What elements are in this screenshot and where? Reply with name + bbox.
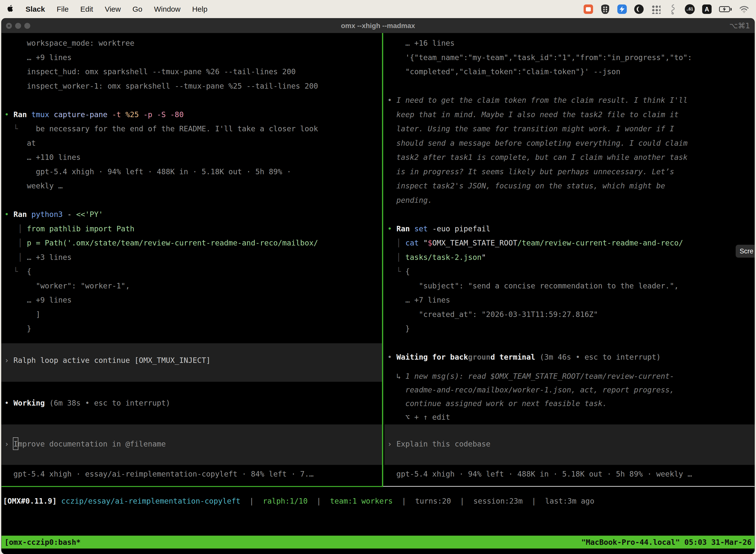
text-segment: /team/review-current-readme-and-reco/: [517, 238, 683, 247]
terminal-line: ⌥ + ↑ edit: [387, 410, 755, 424]
terminal-line: › Ralph loop active continue [OMX_TMUX_I…: [4, 353, 382, 368]
head-block: workspace_mode: worktree … +9 lines insp…: [4, 36, 382, 93]
blue-app-icon[interactable]: [617, 4, 627, 15]
text-segment: d terminal: [490, 353, 540, 362]
text-segment: '{"team_name":"my-team","task_id":"1","f…: [387, 53, 692, 62]
battery-charging-icon[interactable]: [719, 4, 732, 15]
terminal-line: inspect_worker-1: omx sparkshell --tmux-…: [4, 79, 382, 93]
screen-share-icon[interactable]: [584, 4, 593, 15]
text-segment: tasks/task-2.json: [405, 253, 482, 262]
close-window-button[interactable]: [6, 23, 12, 29]
menu-item-window[interactable]: Window: [154, 5, 181, 13]
moon-circle-icon[interactable]: [634, 4, 644, 15]
text-segment: ]: [4, 310, 41, 319]
terminal-line: › Improve documentation in @filename: [4, 437, 382, 451]
terminal-line: "subject": "send a concise recommendatio…: [387, 279, 755, 293]
left-pane-bottom-border: [1, 486, 383, 487]
text-segment: inspect task2's JSON, focusing on the st…: [387, 181, 665, 190]
text-segment: gpt-5.4 xhigh · 94% left · 488K in · 5.1…: [387, 469, 692, 478]
menu-item-edit[interactable]: Edit: [80, 5, 93, 13]
terminal-line: ]: [4, 307, 382, 322]
text-segment: }: [4, 324, 31, 333]
text-segment: [387, 253, 396, 262]
foot-block: gpt-5.4 xhigh · essay/ai-reimplementatio…: [4, 467, 382, 481]
omx-status-line: [OMX#0.11.9] cczip/essay/ai-reimplementa…: [1, 494, 755, 508]
apple-menu[interactable]: [7, 4, 14, 14]
tmux-session-label: [omx-cczip0:bash*: [4, 538, 81, 547]
text-segment: … +9 lines: [4, 53, 72, 62]
screenshot-tooltip-label: Scre: [740, 247, 754, 255]
foot-block: gpt-5.4 xhigh · 94% left · 488K in · 5.1…: [387, 467, 755, 481]
menu-item-go[interactable]: Go: [132, 5, 142, 13]
text-segment: [4, 224, 18, 233]
text-segment: |: [451, 497, 473, 505]
countdown-badge[interactable]: ..61: [685, 4, 695, 14]
text-segment: 1 new msg(s): read $OMX_TEAM_STATE_ROOT/…: [405, 372, 674, 381]
terminal-line: inspect_hud: omx sparkshell --tmux-pane …: [4, 64, 382, 79]
terminal-line: ↳ 1 new msg(s): read $OMX_TEAM_STATE_ROO…: [387, 369, 755, 383]
text-segment: -80: [170, 110, 184, 119]
text-segment: … +9 lines: [4, 296, 72, 304]
text-segment: Explain this codebase: [396, 440, 490, 448]
terminal-line: • Ran python3 - <<'PY': [4, 207, 382, 222]
window-title-bar: omx --xhigh --madmax ⌥⌘1: [1, 18, 755, 33]
text-segment: ": [423, 238, 428, 247]
text-segment: [387, 267, 396, 276]
text-segment: Working: [13, 399, 49, 407]
text-segment: │: [396, 238, 405, 247]
text-segment: |: [308, 497, 330, 505]
text-segment: OMX_TEAM_STATE_ROOT: [432, 238, 517, 247]
text-segment: from pathlib import Path: [27, 224, 134, 233]
menu-item-file[interactable]: File: [57, 5, 68, 13]
text-segment: -S: [157, 110, 170, 119]
ran-python-block: • Ran python3 - <<'PY' │ from pathlib im…: [4, 207, 382, 336]
terminal-line: • I need to get the claim token from the…: [387, 93, 755, 107]
terminal-line: … +9 lines: [4, 293, 382, 307]
menu-item-help[interactable]: Help: [192, 5, 208, 13]
text-segment: … +110 lines: [4, 153, 81, 162]
text-segment: │: [18, 238, 27, 247]
text-segment: <<'PY': [76, 210, 103, 219]
zoom-window-button[interactable]: [24, 23, 30, 29]
terminal-line: at: [4, 136, 382, 151]
text-segment: mprove documentation in @filename: [18, 440, 166, 448]
text-segment: [4, 124, 13, 133]
menu-item-view[interactable]: View: [105, 5, 121, 13]
terminal-line: └ {: [387, 264, 755, 279]
dots-grid-icon[interactable]: [651, 4, 660, 15]
terminal-line: later. Using the same for transition mig…: [387, 122, 755, 136]
prompt-band-block: › Improve documentation in @filename: [1, 425, 382, 465]
waiting-block: • Waiting for background terminal (3m 46…: [387, 350, 755, 365]
pane-divider[interactable]: [382, 33, 383, 486]
text-segment: (6m 38s • esc to interrupt): [49, 399, 170, 407]
text-segment: [OMX#0.11.9]: [3, 497, 61, 505]
minimize-window-button[interactable]: [15, 23, 21, 29]
terminal-line: workspace_mode: worktree: [4, 36, 382, 50]
screenshot-tooltip: Scre: [736, 245, 755, 258]
text-segment: |: [240, 497, 263, 505]
terminal-line: '{"team_name":"my-team","task_id":"1","f…: [387, 50, 755, 65]
text-segment: I: [13, 440, 18, 448]
text-segment: "completed","claim_token":"claim-token"}…: [387, 67, 620, 76]
text-segment: [387, 238, 396, 247]
text-segment: (3m 46s • esc to interrupt): [540, 353, 661, 362]
text-segment: should send a message before completing …: [387, 139, 688, 148]
text-segment: •: [387, 353, 396, 362]
menu-item-slack[interactable]: Slack: [25, 5, 45, 13]
squiggle-icon[interactable]: [668, 4, 677, 15]
terminal-line: • Ran set -euo pipefail: [387, 222, 755, 236]
left-terminal-pane[interactable]: workspace_mode: worktree … +9 lines insp…: [1, 33, 382, 486]
text-segment: groun: [468, 353, 490, 362]
terminal-line: │ … +3 lines: [4, 250, 382, 265]
terminal-line: gpt-5.4 xhigh · 94% left · 488K in · 5.1…: [4, 165, 382, 179]
wifi-icon[interactable]: [739, 4, 749, 15]
text-segment: "subject": "send a concise recommendatio…: [387, 281, 679, 290]
tmux-status-bar: [omx-cczip0:bash* "MacBook-Pro-44.local"…: [1, 536, 755, 549]
text-segment: continue assigned work or next feasible …: [387, 399, 607, 408]
right-terminal-pane[interactable]: … +16 lines '{"team_name":"my-team","tas…: [384, 33, 755, 486]
text-segment: |: [523, 497, 545, 505]
shield-icon[interactable]: [601, 4, 610, 15]
keyboard-layout-badge[interactable]: A: [702, 4, 712, 14]
text-segment: │: [396, 253, 405, 262]
text-segment: I need to get the claim token from the c…: [396, 96, 688, 105]
